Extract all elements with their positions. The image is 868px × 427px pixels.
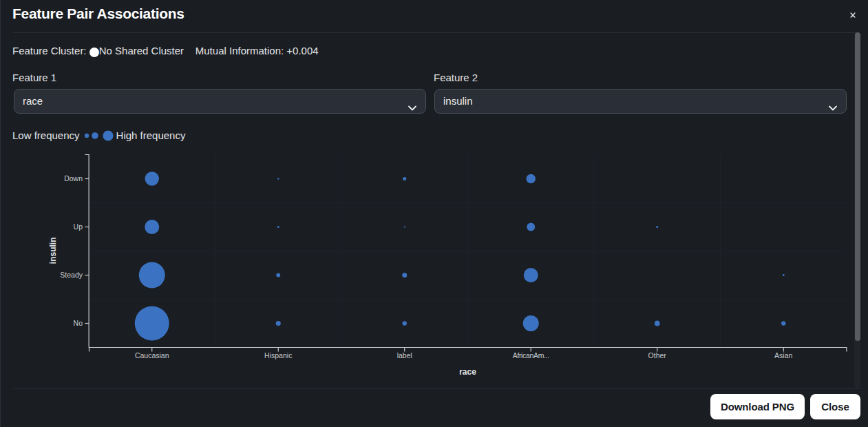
svg-text:label: label [397, 351, 412, 360]
svg-text:Hispanic: Hispanic [264, 351, 292, 360]
svg-text:Other: Other [648, 351, 667, 360]
svg-text:Up: Up [74, 222, 83, 231]
svg-text:Down: Down [64, 174, 83, 183]
svg-text:Steady: Steady [60, 271, 83, 279]
svg-text:race: race [459, 367, 476, 377]
svg-text:insulin: insulin [48, 237, 58, 264]
svg-text:No: No [74, 319, 83, 327]
svg-text:AfricanAm...: AfricanAm... [513, 351, 549, 360]
svg-text:Asian: Asian [774, 351, 792, 360]
svg-text:Caucasian: Caucasian [135, 351, 169, 360]
